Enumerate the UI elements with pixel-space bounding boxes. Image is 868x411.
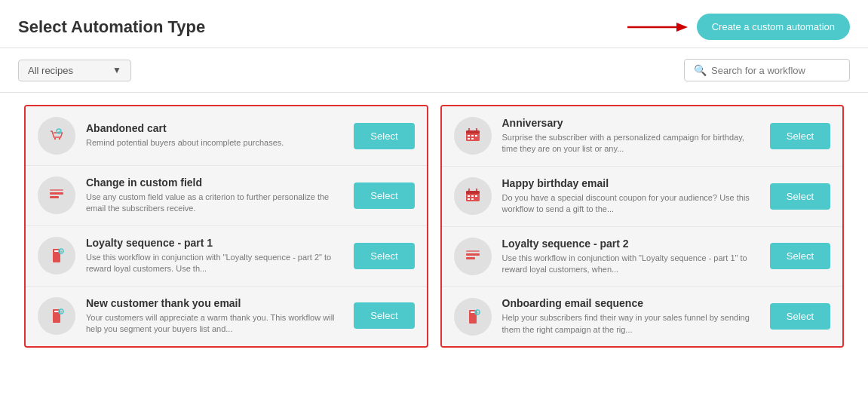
- workflow-icon-new-customer: +: [38, 297, 75, 335]
- workflow-icon-loyalty2: [454, 238, 492, 275]
- svg-rect-40: [471, 198, 474, 200]
- svg-rect-23: [466, 130, 480, 133]
- workflow-name: Abandoned cart: [86, 122, 343, 134]
- svg-rect-7: [44, 183, 69, 207]
- toolbar: All recipes ▼ 🔍: [0, 48, 868, 93]
- list-item: Anniversary Surprise the subscriber with…: [442, 106, 843, 167]
- svg-rect-29: [468, 138, 470, 140]
- page-header: Select Automation Type Create a custom a…: [0, 0, 868, 48]
- header-actions: Create a custom automation: [627, 14, 850, 40]
- svg-rect-2: [44, 124, 69, 148]
- workflow-icon-anniversary: [454, 117, 492, 155]
- workflow-desc: Do you have a special discount coupon fo…: [502, 192, 759, 216]
- arrow-decoration: [627, 20, 688, 35]
- search-input[interactable]: [711, 65, 840, 76]
- svg-marker-1: [676, 23, 688, 32]
- svg-rect-44: [466, 250, 480, 252]
- svg-text:+: +: [60, 249, 63, 253]
- workflow-name: Onboarding email sequence: [502, 297, 759, 309]
- workflow-icon-birthday: [454, 177, 492, 215]
- workflow-info: New customer thank you email Your custom…: [86, 297, 343, 336]
- recipes-dropdown[interactable]: All recipes ▼: [18, 60, 131, 81]
- workflow-name: Loyalty sequence - part 1: [86, 237, 343, 249]
- list-item: + Onboarding email sequence Help your su…: [442, 287, 843, 346]
- svg-rect-38: [475, 195, 477, 197]
- workflow-desc: Your customers will appreciate a warm th…: [86, 312, 343, 336]
- workflow-info: Loyalty sequence - part 1 Use this workf…: [86, 237, 343, 275]
- workflow-desc: Use any custom field value as a criterio…: [86, 192, 343, 215]
- loyalty-icon: +: [44, 244, 69, 268]
- select-button-abandoned-cart[interactable]: Select: [354, 123, 414, 149]
- workflow-info: Happy birthday email Do you have a speci…: [502, 177, 759, 216]
- svg-rect-41: [461, 244, 485, 268]
- create-custom-automation-button[interactable]: Create a custom automation: [697, 14, 850, 40]
- left-column: + Abandoned cart Remind potential buyers…: [24, 105, 428, 348]
- svg-rect-18: [54, 311, 59, 312]
- recipes-dropdown-label: All recipes: [28, 65, 73, 76]
- svg-rect-42: [466, 253, 480, 256]
- select-button-anniversary[interactable]: Select: [770, 123, 830, 149]
- workflow-name: New customer thank you email: [86, 297, 343, 309]
- list-item: Happy birthday email Do you have a speci…: [442, 167, 843, 227]
- workflow-icon-abandoned-cart: +: [38, 117, 75, 155]
- workflow-name: Loyalty sequence - part 2: [502, 238, 759, 250]
- new-customer-icon: +: [44, 304, 69, 328]
- list-item: + Loyalty sequence - part 1 Use this wor…: [26, 226, 427, 287]
- workflow-desc: Help your subscribers find their way in …: [502, 312, 759, 336]
- list-item: Change in custom field Use any custom fi…: [26, 166, 427, 226]
- list-item: + New customer thank you email Your cust…: [26, 287, 427, 346]
- svg-rect-13: [54, 250, 59, 252]
- select-button-custom-field[interactable]: Select: [354, 182, 414, 209]
- workflow-info: Anniversary Surprise the subscriber with…: [502, 117, 759, 155]
- select-button-birthday[interactable]: Select: [770, 183, 830, 210]
- list-item: + Abandoned cart Remind potential buyers…: [26, 106, 427, 166]
- svg-rect-36: [468, 195, 470, 197]
- main-content: + Abandoned cart Remind potential buyers…: [0, 93, 868, 360]
- workflow-desc: Use this workflow in conjunction with "L…: [502, 253, 759, 276]
- workflow-icon-onboarding: +: [454, 298, 492, 336]
- svg-rect-28: [475, 135, 477, 136]
- svg-rect-26: [468, 135, 470, 136]
- svg-rect-33: [466, 191, 480, 194]
- search-icon: 🔍: [694, 64, 707, 76]
- svg-text:+: +: [60, 308, 63, 313]
- search-box: 🔍: [684, 59, 850, 81]
- svg-rect-43: [466, 257, 475, 259]
- select-button-loyalty2[interactable]: Select: [770, 243, 830, 269]
- svg-point-4: [59, 138, 60, 140]
- select-button-onboarding[interactable]: Select: [770, 303, 830, 330]
- workflow-icon-custom-field: [38, 176, 75, 214]
- workflow-info: Loyalty sequence - part 2 Use this workf…: [502, 238, 759, 276]
- svg-rect-9: [50, 196, 59, 198]
- select-button-loyalty1[interactable]: Select: [354, 243, 414, 269]
- workflow-info: Onboarding email sequence Help your subs…: [502, 297, 759, 336]
- list-item: Loyalty sequence - part 2 Use this workf…: [442, 227, 843, 287]
- workflow-info: Abandoned cart Remind potential buyers a…: [86, 122, 343, 149]
- workflow-desc: Surprise the subscriber with a personali…: [502, 132, 759, 155]
- calendar-icon: [461, 124, 485, 148]
- svg-rect-30: [471, 138, 474, 140]
- page-title: Select Automation Type: [18, 17, 205, 37]
- workflow-name: Change in custom field: [86, 176, 343, 189]
- birthday-calendar-icon: [461, 184, 485, 208]
- svg-point-3: [54, 138, 56, 140]
- workflow-desc: Remind potential buyers about incomplete…: [86, 137, 343, 149]
- loyalty2-icon: [461, 244, 485, 268]
- svg-rect-27: [471, 135, 474, 136]
- workflow-name: Anniversary: [502, 117, 759, 129]
- svg-text:+: +: [477, 309, 479, 314]
- workflow-desc: Use this workflow in conjunction with "L…: [86, 252, 343, 275]
- onboarding-icon: +: [461, 305, 485, 329]
- svg-rect-8: [50, 192, 63, 195]
- workflow-icon-loyalty1: +: [38, 237, 75, 275]
- svg-rect-47: [471, 311, 475, 313]
- field-icon: [44, 183, 69, 207]
- workflow-name: Happy birthday email: [502, 177, 759, 189]
- bag-icon: +: [44, 124, 69, 148]
- svg-rect-39: [468, 198, 470, 200]
- select-button-new-customer[interactable]: Select: [354, 302, 414, 329]
- right-column: Anniversary Surprise the subscriber with…: [440, 105, 845, 348]
- chevron-down-icon: ▼: [112, 65, 121, 75]
- svg-rect-10: [50, 189, 63, 191]
- workflow-info: Change in custom field Use any custom fi…: [86, 176, 343, 215]
